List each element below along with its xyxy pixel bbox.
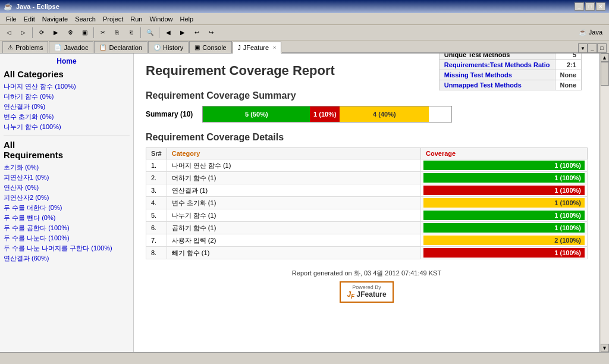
stat-label-2: Requirements:Test Methods Ratio: [439, 60, 555, 70]
row-cov-7: 1 (100%): [421, 247, 588, 259]
sidebar-item-1[interactable]: 더하기 함수 (0%): [4, 92, 130, 102]
col-category: Category: [167, 148, 420, 159]
stat-label-1: Unique Test Methods: [439, 54, 555, 60]
toolbar-sep-1: [32, 27, 33, 38]
toolbar-btn-10[interactable]: 🔍: [143, 26, 156, 39]
toolbar-btn-7[interactable]: ✂: [96, 26, 109, 39]
req-item-5[interactable]: 두 수를 뺀다 (0%): [4, 213, 130, 223]
minimize-button[interactable]: _: [575, 2, 584, 11]
menu-window[interactable]: Window: [146, 15, 176, 23]
jfeature-icon: J: [238, 45, 241, 51]
stat-value-2: 2:1: [555, 60, 582, 70]
toolbar-btn-13[interactable]: ↩: [190, 26, 203, 39]
toolbar-btn-5[interactable]: ⚙: [64, 26, 77, 39]
row-cat-0: 나머지 연산 함수 (1): [167, 159, 420, 172]
declaration-icon: 📋: [99, 44, 106, 51]
toolbar-sep-3: [140, 27, 141, 38]
toolbar-btn-14[interactable]: ↪: [205, 26, 218, 39]
tab-console[interactable]: ▣ Console: [189, 41, 231, 53]
row-cat-3: 변수 초기화 (1): [167, 197, 420, 209]
coverage-bar-7: 1 (100%): [423, 248, 585, 258]
powered-by-badge: Powered By JF JFeature: [340, 281, 393, 303]
tab-history-label: History: [163, 44, 183, 51]
req-item-9[interactable]: 연산결과 (60%): [4, 253, 130, 263]
tab-problems[interactable]: ⚠ Problems: [2, 41, 48, 53]
toolbar-java-btn[interactable]: ☕ Java: [575, 26, 607, 39]
close-button[interactable]: ×: [596, 2, 605, 11]
toolbar-btn-12[interactable]: ▶: [176, 26, 189, 39]
title-bar: ☕ Java - Eclipse _ □ ×: [0, 0, 609, 13]
minimize-view-btn[interactable]: _: [588, 43, 597, 53]
stat-value-4: None: [555, 80, 582, 90]
req-item-6[interactable]: 두 수를 곱한다 (100%): [4, 223, 130, 233]
row-sr-2: 3.: [146, 184, 167, 197]
tab-close-icon[interactable]: ×: [273, 45, 276, 51]
table-row: 8.빼기 함수 (1)1 (100%): [146, 247, 588, 259]
sidebar-item-0[interactable]: 나머지 연산 함수 (100%): [4, 81, 130, 92]
powered-by-label: Powered By: [347, 284, 386, 290]
toolbar-btn-9[interactable]: ⎗: [125, 26, 138, 39]
row-sr-1: 2.: [146, 172, 167, 184]
main-layout: Home All Categories 나머지 연산 함수 (100%) 더하기…: [0, 54, 609, 352]
right-scrollbar[interactable]: ▲ ▼: [599, 54, 609, 352]
row-sr-5: 6.: [146, 222, 167, 234]
req-item-0[interactable]: 초기화 (0%): [4, 162, 130, 172]
problems-icon: ⚠: [8, 44, 13, 51]
req-item-7[interactable]: 두 수를 나눈다 (100%): [4, 233, 130, 243]
toolbar-btn-2[interactable]: ▷: [17, 26, 30, 39]
menu-help[interactable]: Help: [177, 15, 197, 23]
toolbar-btn-1[interactable]: ◁: [2, 26, 15, 39]
toolbar-btn-8[interactable]: ⎘: [111, 26, 124, 39]
maximize-view-btn[interactable]: □: [597, 43, 607, 53]
tab-declaration[interactable]: 📋 Declaration: [94, 41, 147, 53]
bar-green: 5 (50%): [203, 106, 310, 122]
tab-jfeature[interactable]: J JFeature ×: [233, 42, 282, 54]
stats-table: Number of Requirements 10 Unique Test Me…: [439, 54, 582, 90]
row-cov-6: 2 (100%): [421, 234, 588, 247]
scroll-track: [601, 62, 609, 344]
menu-file[interactable]: File: [2, 15, 20, 23]
menu-project[interactable]: Project: [99, 15, 127, 23]
req-item-2[interactable]: 연산자 (0%): [4, 183, 130, 193]
tab-javadoc[interactable]: 📄 Javadoc: [49, 41, 93, 53]
row-cov-3: 1 (100%): [421, 197, 588, 209]
menu-edit[interactable]: Edit: [20, 15, 39, 23]
toolbar-btn-4[interactable]: ▶: [49, 26, 62, 39]
scroll-thumb[interactable]: [601, 62, 609, 86]
menu-navigate[interactable]: Navigate: [39, 15, 71, 23]
sidebar-item-4[interactable]: 나누기 함수 (100%): [4, 122, 130, 132]
summary-section-title: Requirement Coverage Summary: [146, 90, 588, 101]
row-cat-2: 연산결과 (1): [167, 184, 420, 197]
coverage-bar-1: 1 (100%): [423, 173, 585, 183]
row-sr-6: 7.: [146, 234, 167, 247]
sidebar-wrapper: Home All Categories 나머지 연산 함수 (100%) 더하기…: [0, 54, 134, 352]
menu-search[interactable]: Search: [71, 15, 99, 23]
scroll-up-btn[interactable]: ▲: [601, 54, 609, 62]
console-icon: ▣: [194, 44, 200, 51]
coverage-bar-3: 1 (100%): [423, 198, 585, 208]
sidebar-home-link[interactable]: Home: [4, 57, 130, 65]
window-title: Java - Eclipse: [16, 3, 575, 10]
scroll-down-btn[interactable]: ▼: [601, 344, 609, 352]
details-title: Requirement Coverage Details: [146, 132, 588, 143]
sidebar-item-3[interactable]: 변수 초기화 (0%): [4, 112, 130, 122]
view-menu-btn[interactable]: ▼: [578, 43, 588, 53]
maximize-button[interactable]: □: [585, 2, 595, 11]
table-row: 3.연산결과 (1)1 (100%): [146, 184, 588, 197]
toolbar-btn-6[interactable]: ▣: [78, 26, 91, 39]
req-item-8[interactable]: 두 수를 나눈 나머지를 구한다 (100%): [4, 243, 130, 253]
toolbar-btn-3[interactable]: ⟳: [35, 26, 48, 39]
sidebar: Home All Categories 나머지 연산 함수 (100%) 더하기…: [0, 54, 134, 352]
req-item-1[interactable]: 피연산자1 (0%): [4, 172, 130, 183]
req-item-4[interactable]: 두 수를 더한다 (0%): [4, 203, 130, 213]
row-cov-0: 1 (100%): [421, 159, 588, 172]
stat-label-4: Unmapped Test Methods: [439, 80, 555, 90]
sidebar-item-2[interactable]: 연산결과 (0%): [4, 102, 130, 112]
menu-run[interactable]: Run: [127, 15, 146, 23]
toolbar-btn-11[interactable]: ◀: [162, 26, 175, 39]
footer-text: Report generated on 화, 03 4월 2012 07:41:…: [146, 269, 588, 278]
req-item-3[interactable]: 피연산자2 (0%): [4, 193, 130, 203]
stat-value-1: 5: [555, 54, 582, 60]
tab-bar: ⚠ Problems 📄 Javadoc 📋 Declaration 🕐 His…: [0, 40, 609, 54]
tab-history[interactable]: 🕐 History: [148, 41, 189, 53]
